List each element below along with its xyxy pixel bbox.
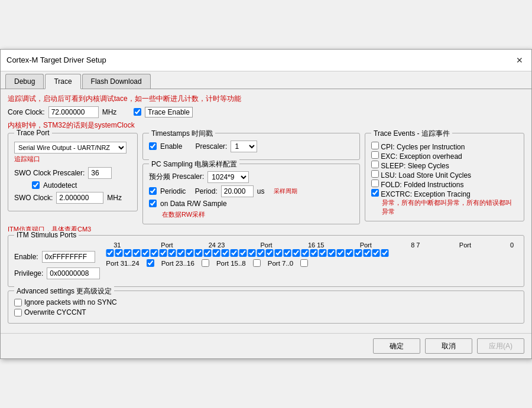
exc-label: EXC: Exception overhead: [381, 152, 462, 161]
port-cb-22[interactable]: [186, 249, 194, 257]
swo-prescaler-label: SWO Clock Prescaler:: [14, 169, 85, 177]
cancel-button[interactable]: 取消: [425, 338, 472, 354]
exctrc-note: 异常，所有的中断都叫异常，所有的错误都叫异常: [382, 198, 518, 217]
event-fold: FOLD: Folded Instructions: [371, 179, 518, 189]
overwrite-cyccnt-row: Overwrite CYCCNT: [14, 308, 518, 316]
port-cb-9[interactable]: [301, 249, 309, 257]
port-cb-18[interactable]: [221, 249, 229, 257]
tab-content: 追踪调试，启动后可看到内核调试tace，如一些中断进几计数，计时等功能 Core…: [1, 89, 531, 334]
swo-prescaler-input[interactable]: [88, 167, 112, 179]
sleep-checkbox[interactable]: [371, 161, 379, 168]
confirm-button[interactable]: 确定: [373, 338, 420, 354]
autodetect-checkbox[interactable]: [32, 181, 40, 189]
port-cb-30[interactable]: [115, 249, 123, 257]
port-cb-15[interactable]: [248, 249, 256, 257]
event-exctrc: EXCTRC: Exception Tracing: [371, 189, 518, 198]
exc-checkbox[interactable]: [371, 151, 379, 159]
tab-flash[interactable]: Flash Download: [82, 74, 151, 89]
overwrite-cyccnt-checkbox[interactable]: [14, 309, 22, 316]
trace-events-legend: Trace Events - 追踪事件: [371, 129, 452, 139]
itm-privilege-input[interactable]: [47, 267, 100, 279]
port-cb-16[interactable]: [239, 249, 247, 257]
swo-clock-input[interactable]: [56, 192, 103, 204]
port-cb-14[interactable]: [257, 249, 265, 257]
port-cb-19[interactable]: [212, 249, 220, 257]
ph-port1: Port: [126, 241, 207, 249]
core-clock-label: Core Clock:: [8, 108, 45, 116]
exctrc-checkbox[interactable]: [371, 189, 379, 197]
port-7-0-label: Port 7..0: [268, 260, 293, 267]
tab-debug[interactable]: Debug: [5, 74, 44, 89]
port-cb-13[interactable]: [265, 249, 274, 257]
trace-port-group: Trace Port Serial Wire Output - UART/NRZ…: [8, 133, 138, 211]
port-cb-0[interactable]: [381, 249, 389, 257]
port-31-24-checkbox[interactable]: [147, 259, 154, 267]
port-cb-7[interactable]: [319, 249, 327, 257]
port-15-8-checkbox[interactable]: [253, 259, 261, 267]
lsu-checkbox[interactable]: [371, 170, 379, 178]
trace-port-legend: Trace Port: [14, 129, 52, 137]
ph-31: 31: [108, 241, 126, 249]
port-cb-27[interactable]: [141, 249, 150, 257]
port-cb-23[interactable]: [177, 249, 185, 257]
port-cb-21[interactable]: [194, 249, 203, 257]
timestamps-enable-label: Enable: [160, 142, 182, 151]
main-layout: Trace Port Serial Wire Output - UART/NRZ…: [8, 133, 524, 226]
period-input[interactable]: [221, 185, 254, 197]
periodic-checkbox[interactable]: [149, 187, 157, 195]
port-cb-20[interactable]: [203, 249, 212, 257]
apply-button[interactable]: 应用(A): [477, 338, 524, 354]
port-cb-12[interactable]: [274, 249, 283, 257]
port-cb-25[interactable]: [159, 249, 167, 257]
footer: 确定 取消 应用(A): [1, 333, 531, 358]
autodetect-row: Autodetect: [32, 181, 131, 190]
core-clock-input[interactable]: [48, 106, 99, 118]
trace-enable-label: Trace Enable: [145, 107, 193, 117]
on-data-checkbox[interactable]: [149, 200, 157, 207]
port-cb-29[interactable]: [124, 249, 132, 257]
top-note: 追踪调试，启动后可看到内核调试tace，如一些中断进几计数，计时等功能: [8, 94, 524, 104]
itm-note: ITM仿真端口，具体查看CM3: [8, 225, 524, 234]
period-unit: us: [257, 187, 265, 195]
swo-prescaler-row: SWO Clock Prescaler:: [14, 167, 131, 179]
ph-8-7: 8 7: [407, 241, 424, 249]
trace-port-select[interactable]: Serial Wire Output - UART/NRZ: [14, 142, 126, 154]
swo-clock-unit: MHz: [107, 194, 122, 202]
port-cb-5[interactable]: [336, 249, 345, 257]
port-checkboxes-row: [106, 249, 518, 257]
port-cb-26[interactable]: [150, 249, 158, 257]
on-data-row: on Data R/W Sample: [149, 200, 353, 208]
ignore-sync-row: Ignore packets with no SYNC: [14, 298, 518, 306]
advanced-section: Advanced settings 更高级设定 Ignore packets w…: [8, 291, 524, 324]
ph-16-15: 16 15: [307, 241, 325, 249]
timestamps-enable-checkbox[interactable]: [149, 142, 157, 150]
trace-enable-checkbox[interactable]: [134, 108, 141, 116]
port-cb-4[interactable]: [345, 249, 353, 257]
itm-enable-input[interactable]: [42, 251, 95, 263]
port-cb-24[interactable]: [168, 249, 176, 257]
port-7-0-checkbox[interactable]: [300, 259, 308, 267]
tab-trace[interactable]: Trace: [45, 74, 80, 89]
right-column: Trace Events - 追踪事件 CPI: Cycles per Inst…: [365, 133, 524, 226]
fold-checkbox[interactable]: [371, 179, 379, 187]
port-cb-6[interactable]: [327, 249, 336, 257]
port-cb-31[interactable]: [106, 249, 114, 257]
port-23-16-checkbox[interactable]: [202, 259, 209, 267]
ignore-sync-checkbox[interactable]: [14, 299, 22, 306]
port-cb-8[interactable]: [310, 249, 318, 257]
pc-prescaler-select[interactable]: 1024*9: [207, 171, 249, 183]
cpi-checkbox[interactable]: [371, 142, 379, 149]
close-button[interactable]: ✕: [514, 54, 525, 66]
exctrc-label: EXCTRC: Exception Tracing: [381, 190, 470, 198]
port-cb-11[interactable]: [283, 249, 291, 257]
port-cb-17[interactable]: [230, 249, 238, 257]
ts-prescaler-select[interactable]: 1: [231, 141, 257, 152]
port-cb-1[interactable]: [372, 249, 380, 257]
port-cb-3[interactable]: [354, 249, 362, 257]
left-column: Trace Port Serial Wire Output - UART/NRZ…: [8, 133, 138, 226]
port-cb-2[interactable]: [363, 249, 371, 257]
port-cb-28[interactable]: [132, 249, 141, 257]
port-group-controls: Port 31..24 Port 23..16 Port 15..8 Port …: [106, 259, 518, 267]
ts-prescaler-label: Prescaler:: [195, 142, 227, 151]
port-cb-10[interactable]: [292, 249, 300, 257]
